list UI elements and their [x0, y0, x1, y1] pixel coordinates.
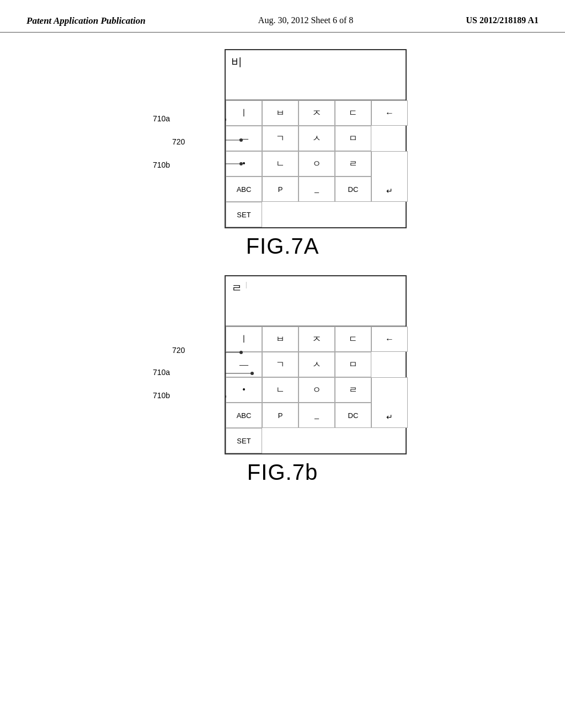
key-keygrid7a-r1-c3[interactable]: ㅁ — [335, 126, 371, 151]
key-keygrid7a-r2-c4[interactable]: ↵ — [371, 151, 408, 202]
key-keygrid7b-r2-c4[interactable]: ↵ — [371, 377, 408, 428]
key-keygrid7b-r0-c0[interactable]: ㅣ — [226, 326, 262, 352]
figure-7b-block: 720 710a 710b ㄹ | ㅣㅂㅈㄷ←—ㄱㅅㅁ•ㄴㅇㄹ↵ABCP_DCS… — [158, 275, 407, 485]
key-keygrid7a-r2-c2[interactable]: ㅇ — [299, 151, 335, 176]
key-keygrid7b-r3-c2[interactable]: _ — [299, 403, 335, 428]
key-keygrid7a-r1-c0[interactable]: — — [226, 126, 262, 151]
label-720-fig7b: 720 — [172, 346, 185, 355]
key-keygrid7a-r3-c3[interactable]: DC — [335, 176, 371, 202]
display-char-fig7a: 비 — [231, 55, 242, 69]
key-keygrid7a-r2-c3[interactable]: ㄹ — [335, 151, 371, 176]
label-710b-fig7b: 710b — [153, 391, 170, 400]
key-keygrid7b-r2-c2[interactable]: ㅇ — [299, 377, 335, 403]
key-keygrid7b-r2-c1[interactable]: ㄴ — [262, 377, 299, 403]
key-keygrid7b-r2-c0[interactable]: • — [226, 377, 262, 403]
publication-title: Patent Application Publication — [26, 15, 146, 26]
key-keygrid7a-r3-c2[interactable]: _ — [299, 176, 335, 202]
key-keygrid7b-r0-c3[interactable]: ㄷ — [335, 326, 371, 352]
display-char-fig7b: ㄹ — [231, 281, 242, 296]
fig7a-diagram-wrapper: 710a 720 710b 비 ㅣㅂㅈㄷ←—ㄱㅅㅁ•ㄴㅇㄹ↵ABCP_DCSET — [225, 49, 407, 228]
key-keygrid7b-r0-c4[interactable]: ← — [371, 326, 408, 352]
key-keygrid7a-r3-c0[interactable]: ABC — [226, 176, 262, 202]
key-keygrid7a-r0-c0[interactable]: ㅣ — [226, 100, 262, 126]
key-grid-fig7a: ㅣㅂㅈㄷ←—ㄱㅅㅁ•ㄴㅇㄹ↵ABCP_DCSET — [226, 100, 406, 227]
key-keygrid7a-r0-c4[interactable]: ← — [371, 100, 408, 126]
key-keygrid7b-r3-c1[interactable]: P — [262, 403, 299, 428]
key-grid-fig7b: ㅣㅂㅈㄷ←—ㄱㅅㅁ•ㄴㅇㄹ↵ABCP_DCSET — [226, 326, 406, 453]
key-keygrid7b-r3-c4[interactable]: SET — [226, 428, 262, 453]
key-keygrid7a-r2-c1[interactable]: ㄴ — [262, 151, 299, 176]
fig7b-caption: FIG.7b — [247, 460, 318, 485]
display-area-fig7b: ㄹ | — [226, 276, 406, 326]
display-cursor-fig7b: | — [246, 281, 247, 289]
key-keygrid7b-r3-c3[interactable]: DC — [335, 403, 371, 428]
display-area-fig7a: 비 — [226, 50, 406, 100]
key-keygrid7a-r3-c4[interactable]: SET — [226, 202, 262, 227]
key-keygrid7a-r0-c2[interactable]: ㅈ — [299, 100, 335, 126]
page-header: Patent Application Publication Aug. 30, … — [0, 0, 565, 33]
key-keygrid7b-r1-c0[interactable]: — — [226, 352, 262, 377]
figure-7a-block: 710a 720 710b 비 ㅣㅂㅈㄷ←—ㄱㅅㅁ•ㄴㅇㄹ↵ABCP_DCSET — [158, 49, 407, 259]
patent-number: US 2012/218189 A1 — [466, 15, 539, 25]
label-710a-fig7a: 710a — [153, 114, 170, 123]
key-keygrid7b-r0-c1[interactable]: ㅂ — [262, 326, 299, 352]
key-keygrid7a-r1-c1[interactable]: ㄱ — [262, 126, 299, 151]
label-720-fig7a: 720 — [172, 137, 185, 146]
key-keygrid7b-r1-c3[interactable]: ㅁ — [335, 352, 371, 377]
label-710b-fig7a: 710b — [153, 160, 170, 169]
key-keygrid7a-r3-c1[interactable]: P — [262, 176, 299, 202]
fig7b-diagram-wrapper: 720 710a 710b ㄹ | ㅣㅂㅈㄷ←—ㄱㅅㅁ•ㄴㅇㄹ↵ABCP_DCS… — [225, 275, 407, 454]
key-keygrid7b-r0-c2[interactable]: ㅈ — [299, 326, 335, 352]
key-keygrid7a-r2-c0[interactable]: • — [226, 151, 262, 176]
fig7a-caption: FIG.7A — [246, 234, 319, 259]
key-keygrid7a-r0-c3[interactable]: ㄷ — [335, 100, 371, 126]
keyboard-fig7a: 비 ㅣㅂㅈㄷ←—ㄱㅅㅁ•ㄴㅇㄹ↵ABCP_DCSET — [225, 49, 407, 228]
key-keygrid7b-r2-c3[interactable]: ㄹ — [335, 377, 371, 403]
sheet-info: Aug. 30, 2012 Sheet 6 of 8 — [258, 15, 353, 25]
keyboard-fig7b: ㄹ | ㅣㅂㅈㄷ←—ㄱㅅㅁ•ㄴㅇㄹ↵ABCP_DCSET — [225, 275, 407, 454]
key-keygrid7b-r3-c0[interactable]: ABC — [226, 403, 262, 428]
key-keygrid7b-r1-c1[interactable]: ㄱ — [262, 352, 299, 377]
key-keygrid7b-r1-c2[interactable]: ㅅ — [299, 352, 335, 377]
key-keygrid7a-r0-c1[interactable]: ㅂ — [262, 100, 299, 126]
main-content: 710a 720 710b 비 ㅣㅂㅈㄷ←—ㄱㅅㅁ•ㄴㅇㄹ↵ABCP_DCSET — [0, 33, 565, 518]
label-710a-fig7b: 710a — [153, 368, 170, 377]
key-keygrid7a-r1-c2[interactable]: ㅅ — [299, 126, 335, 151]
